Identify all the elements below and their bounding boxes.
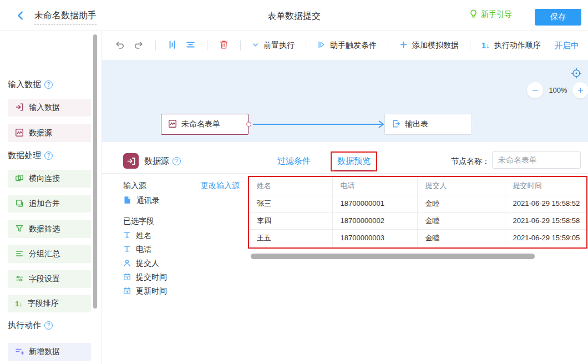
field-item[interactable]: 姓名 xyxy=(123,231,151,241)
help-icon[interactable]: ? xyxy=(44,80,53,89)
zoom-in-button[interactable]: + xyxy=(572,82,588,98)
add-mock-data-button[interactable]: 添加模拟数据 xyxy=(399,41,459,50)
sort-order-icon: 1↓ xyxy=(481,41,490,50)
table-row: 王五 18700000003 金睦 2021-06-29 15:59:05 xyxy=(249,229,586,246)
sidebar-item-append-merge[interactable]: 追加合并 xyxy=(8,195,91,213)
section-title-data-process: 数据处理? xyxy=(8,150,53,161)
text-type-icon xyxy=(123,245,131,255)
edge-arrowhead-icon xyxy=(378,120,384,130)
section-title-actions: 执行动作? xyxy=(8,320,53,331)
undo-icon[interactable] xyxy=(114,39,125,52)
align-horizontal-icon[interactable] xyxy=(185,39,196,52)
sidebar-item-field-settings[interactable]: 字段设置 xyxy=(8,270,91,288)
document-icon xyxy=(123,196,131,206)
pre-exec-button[interactable]: 前置执行 xyxy=(252,41,295,50)
data-preview-table: 姓名 电话 提交人 提交时间 张三 18700000001 金睦 2021-06… xyxy=(249,177,586,246)
divider xyxy=(388,41,388,50)
node-output-port[interactable] xyxy=(246,122,251,127)
bulb-icon xyxy=(469,9,478,20)
assistant-title[interactable]: 未命名数据助手 xyxy=(34,10,97,25)
help-icon[interactable]: ? xyxy=(173,157,181,165)
panel-title: 数据源? xyxy=(144,156,181,166)
group-summary-icon xyxy=(15,249,24,260)
sidebar-item-datasource[interactable]: 数据源 xyxy=(8,124,91,142)
sidebar-item-group-summary[interactable]: 分组汇总 xyxy=(8,245,91,263)
action-order-button[interactable]: 1↓ 执行动作顺序 xyxy=(481,41,541,50)
guide-link[interactable]: 新手引导 xyxy=(469,9,512,20)
input-source-label: 输入源 xyxy=(123,181,146,191)
form-node-icon xyxy=(168,119,177,130)
status-badge[interactable]: 开启中 xyxy=(554,41,579,51)
sidebar-scrollbar[interactable] xyxy=(93,34,97,309)
plus-icon xyxy=(399,41,408,50)
text-type-icon xyxy=(123,231,131,241)
sidebar-item-add-data[interactable]: 新增数据 xyxy=(8,343,91,361)
node-form[interactable]: 未命名表单 xyxy=(161,114,249,135)
export-icon xyxy=(392,119,401,130)
page-title: 表单数据提交 xyxy=(267,11,321,22)
field-item[interactable]: 提交人 xyxy=(123,259,159,269)
horizontal-join-icon xyxy=(15,174,24,184)
append-merge-icon xyxy=(15,199,24,209)
node-name-label: 节点名称： xyxy=(451,156,490,166)
topbar: 未命名数据助手 表单数据提交 新手引导 保存 xyxy=(0,0,588,31)
sidebar-item-horizontal-join[interactable]: 横向连接 xyxy=(8,170,91,188)
table-row: 张三 18700000001 金睦 2021-06-29 15:58:52 xyxy=(249,195,586,212)
divider xyxy=(240,41,241,50)
zoom-out-button[interactable]: − xyxy=(527,82,543,98)
field-item[interactable]: 电话 xyxy=(123,245,151,255)
annotation-box-table: 姓名 电话 提交人 提交时间 张三 18700000001 金睦 2021-06… xyxy=(248,176,587,249)
divider xyxy=(470,41,470,50)
canvas-toolbar: 前置执行 助手触发条件 添加模拟数据 1↓ 执行动作顺序 开启中 xyxy=(102,31,588,60)
field-item[interactable]: 更新时间 xyxy=(123,286,167,296)
selected-fields-label: 已选字段 xyxy=(123,216,154,226)
field-settings-icon xyxy=(15,274,24,285)
sidebar-item-input-data[interactable]: 输入数据 xyxy=(8,99,91,117)
datasource-panel-icon xyxy=(123,153,139,169)
guide-label: 新手引导 xyxy=(481,9,512,19)
app-window: 未命名数据助手 表单数据提交 新手引导 保存 输入数据? 输入数据 数据源 数据… xyxy=(0,0,588,364)
back-icon[interactable] xyxy=(14,9,27,22)
tab-filter-condition[interactable]: 过滤条件 xyxy=(277,156,311,166)
field-item[interactable]: 提交时间 xyxy=(123,272,167,282)
col-header: 提交时间 xyxy=(505,177,586,195)
node-name-input[interactable] xyxy=(492,151,581,169)
play-icon xyxy=(317,41,326,50)
table-horizontal-scrollbar[interactable] xyxy=(251,254,535,259)
chevron-down-icon xyxy=(252,41,259,50)
sidebar-item-field-sort[interactable]: 1↓ 字段排序 xyxy=(8,295,91,312)
section-title-input-data: 输入数据? xyxy=(8,79,53,90)
datasource-icon xyxy=(15,128,24,139)
locate-center-icon[interactable] xyxy=(570,67,582,79)
sidebar: 输入数据? 输入数据 数据源 数据处理? 横向连接 追加合并 数据筛选 分组汇总 xyxy=(0,31,102,364)
calendar-icon xyxy=(123,287,131,296)
trigger-condition-button[interactable]: 助手触发条件 xyxy=(317,41,377,50)
align-vertical-icon[interactable] xyxy=(167,39,178,52)
edge-connector xyxy=(253,124,382,125)
source-item-contacts[interactable]: 通讯录 xyxy=(123,196,160,206)
config-panel: 数据源? 过滤条件 数据预览 节点名称： 输入源 更改输入源 通讯录 已选字段 … xyxy=(102,142,588,364)
delete-icon[interactable] xyxy=(219,39,229,52)
col-header: 电话 xyxy=(332,177,417,195)
filter-icon xyxy=(15,224,24,235)
tab-data-preview[interactable]: 数据预览 xyxy=(337,156,371,166)
table-header-row: 姓名 电话 提交人 提交时间 xyxy=(249,177,586,195)
col-header: 提交人 xyxy=(417,177,505,195)
zoom-level: 100% xyxy=(545,86,571,94)
divider xyxy=(155,41,156,50)
divider xyxy=(207,41,207,50)
save-button[interactable]: 保存 xyxy=(535,9,581,26)
field-sort-icon: 1↓ xyxy=(15,300,23,308)
add-data-icon xyxy=(15,347,24,357)
help-icon[interactable]: ? xyxy=(44,151,53,160)
redo-icon[interactable] xyxy=(133,39,144,52)
sidebar-item-data-filter[interactable]: 数据筛选 xyxy=(8,220,91,238)
help-icon[interactable]: ? xyxy=(44,321,53,330)
change-source-link[interactable]: 更改输入源 xyxy=(201,181,240,191)
flow-canvas[interactable]: 未命名表单 输出表 − 100% + xyxy=(102,60,588,142)
person-icon xyxy=(123,259,131,269)
col-header: 姓名 xyxy=(249,177,332,195)
node-output-table[interactable]: 输出表 xyxy=(384,114,472,135)
active-tab-underline xyxy=(334,170,373,171)
calendar-icon xyxy=(123,273,131,282)
